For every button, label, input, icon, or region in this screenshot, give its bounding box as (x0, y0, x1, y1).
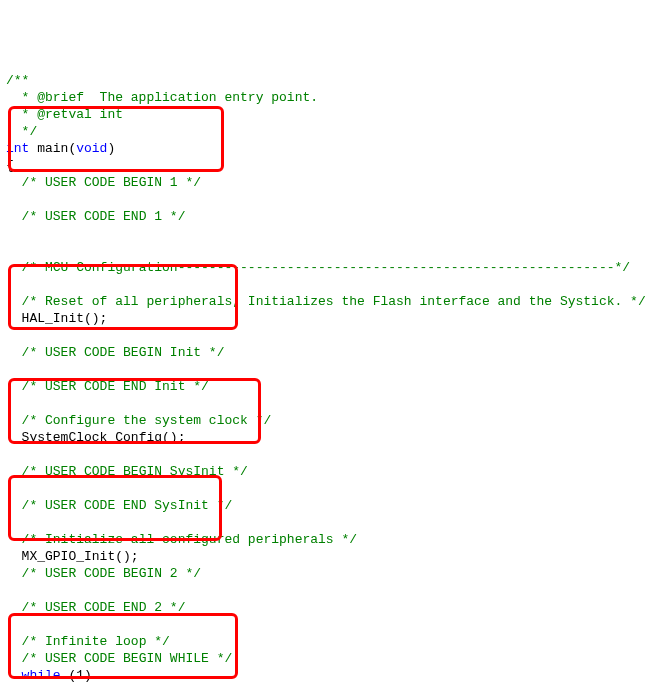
sysclk-comment: /* Configure the system clock */ (22, 413, 272, 428)
sysclk-call: SystemClock_Config(); (22, 430, 186, 445)
keyword-void: void (76, 141, 107, 156)
mx-gpio-call: MX_GPIO_Init(); (22, 549, 139, 564)
user-code-end-sysinit: /* USER CODE END SysInit */ (22, 498, 233, 513)
user-code-begin-2: /* USER CODE BEGIN 2 */ (22, 566, 201, 581)
user-code-begin-1: /* USER CODE BEGIN 1 */ (22, 175, 201, 190)
init-periph-comment: /* Initialize all configured peripherals… (22, 532, 357, 547)
infinite-loop-comment: /* Infinite loop */ (22, 634, 170, 649)
while-cond: (1) (61, 668, 92, 683)
hal-init-call: HAL_Init(); (22, 311, 108, 326)
keyword-int: int (6, 141, 29, 156)
reset-comment: /* Reset of all peripherals, Initializes… (22, 294, 646, 309)
user-code-begin-while: /* USER CODE BEGIN WHILE */ (22, 651, 233, 666)
doc-comment: */ (6, 124, 37, 139)
user-code-end-init: /* USER CODE END Init */ (22, 379, 209, 394)
user-code-begin-sysinit: /* USER CODE BEGIN SysInit */ (22, 464, 248, 479)
paren-close: ) (107, 141, 115, 156)
doc-comment: /** (6, 73, 29, 88)
user-code-end-2: /* USER CODE END 2 */ (22, 600, 186, 615)
mcu-config-comment: /* MCU Configuration--------------------… (22, 260, 631, 275)
keyword-while: while (22, 668, 61, 683)
user-code-end-1: /* USER CODE END 1 */ (22, 209, 186, 224)
user-code-begin-init: /* USER CODE BEGIN Init */ (22, 345, 225, 360)
doc-comment: * @brief The application entry point. (6, 90, 318, 105)
func-main: main( (29, 141, 76, 156)
doc-comment: * @retval int (6, 107, 123, 122)
brace-open: { (6, 158, 14, 173)
